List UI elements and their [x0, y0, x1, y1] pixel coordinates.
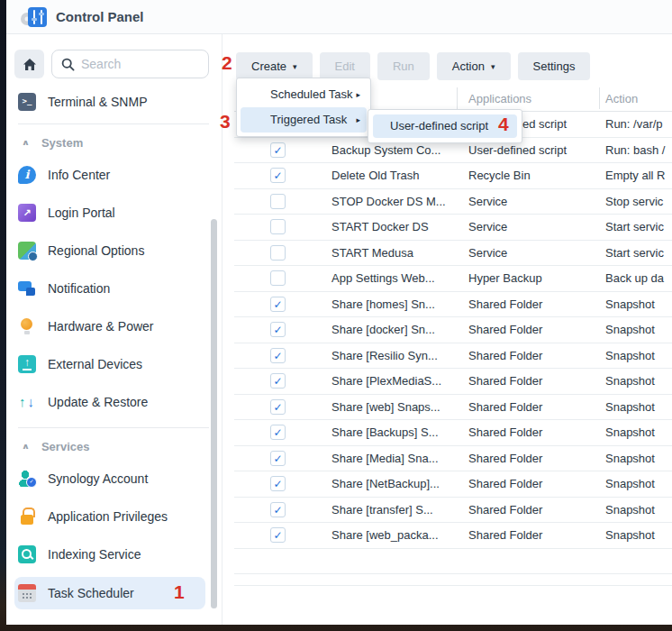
column-divider[interactable]: [457, 87, 458, 109]
sidebar-item-label: Update & Restore: [48, 395, 148, 409]
table-row[interactable]: App Settings Web... Hyper Backup Back up…: [234, 266, 672, 292]
menu-item[interactable]: Scheduled Task ▸: [241, 82, 367, 107]
section-label: System: [41, 136, 83, 150]
search-box[interactable]: [51, 50, 209, 78]
hardware-power-icon: [18, 317, 36, 335]
task-action: Empty all R: [605, 169, 665, 182]
task-action: Snapshot: [605, 425, 655, 439]
task-application: Shared Folder: [468, 349, 542, 362]
table-row[interactable]: ✓ Share [Backups] S... Shared Folder Sna…: [234, 420, 672, 446]
row-checkbox[interactable]: ✓: [270, 322, 286, 337]
row-checkbox[interactable]: ✓: [270, 142, 286, 158]
row-checkbox[interactable]: [270, 245, 286, 261]
run-button[interactable]: Run: [377, 52, 430, 80]
row-checkbox[interactable]: [270, 194, 286, 209]
sidebar-item-label: External Devices: [48, 357, 142, 371]
column-header-action[interactable]: Action: [605, 92, 638, 105]
task-name: Share [Resilio Syn...: [331, 349, 438, 362]
sidebar-item-label: Terminal & SNMP: [48, 95, 147, 109]
empty-row: [234, 549, 672, 575]
update-restore-icon: [18, 393, 36, 411]
row-checkbox[interactable]: ✓: [270, 348, 286, 363]
settings-button[interactable]: Settings: [518, 52, 591, 80]
task-name: STOP Docker DS M...: [331, 195, 446, 208]
menu-item[interactable]: Triggered Task ▸: [241, 107, 367, 133]
row-checkbox[interactable]: ✓: [270, 425, 286, 440]
row-checkbox[interactable]: ✓: [270, 451, 286, 466]
task-action: Start servic: [605, 220, 664, 233]
sidebar-section-services[interactable]: ∧ Services: [22, 440, 214, 453]
table-row[interactable]: STOP Docker DS M... Service Stop servic: [234, 189, 672, 215]
task-name: Backup System Co...: [331, 143, 440, 157]
task-application: Shared Folder: [468, 452, 542, 465]
table-row[interactable]: ✓ Share [web_packa... Shared Folder Snap…: [234, 523, 672, 549]
menu-item-user-defined-script[interactable]: User-defined script: [373, 114, 517, 138]
row-checkbox[interactable]: ✓: [270, 297, 286, 312]
submenu-arrow-icon: ▸: [356, 107, 360, 133]
sidebar-item[interactable]: Info Center: [18, 162, 214, 187]
table-row[interactable]: ✓ Delete Old Trash Recycle Bin Empty all…: [234, 163, 672, 189]
table-row[interactable]: START Medusa Service Start servic: [234, 241, 672, 267]
annotation-step-3: 3: [220, 112, 231, 131]
application-privileges-icon: [18, 508, 36, 526]
table-row[interactable]: ✓ Share [docker] Sn... Shared Folder Sna…: [234, 317, 672, 343]
sidebar-item[interactable]: Application Privileges: [18, 504, 214, 529]
sidebar-item-label: Hardware & Power: [48, 319, 154, 334]
table-row[interactable]: ✓ Share [NetBackup]... Shared Folder Sna…: [234, 471, 672, 498]
home-button[interactable]: [14, 50, 44, 78]
sidebar-section-system[interactable]: ∧ System: [22, 136, 214, 150]
control-panel-icon: [20, 6, 47, 28]
search-input[interactable]: [81, 57, 199, 71]
edit-button[interactable]: Edit: [320, 52, 370, 80]
row-checkbox[interactable]: [270, 219, 286, 234]
table-row[interactable]: ✓ Share [Resilio Syn... Shared Folder Sn…: [234, 343, 672, 370]
row-checkbox[interactable]: ✓: [270, 527, 286, 543]
indexing-service-icon: [18, 545, 36, 563]
task-name: Share [web_packa...: [331, 528, 439, 542]
task-name: START Medusa: [331, 246, 413, 260]
row-checkbox[interactable]: ✓: [270, 373, 286, 389]
table-row[interactable]: ✓ Share [web] Snaps... Shared Folder Sna…: [234, 395, 672, 421]
create-button[interactable]: Create ▾: [236, 52, 313, 80]
task-application: Shared Folder: [468, 528, 542, 542]
table-row[interactable]: START Docker DS Service Start servic: [234, 215, 672, 241]
row-checkbox[interactable]: [270, 270, 286, 286]
sidebar-system-items: Info Center Login Portal Regional Option…: [6, 162, 222, 415]
task-table: User-defined script Run: /var/p ✓ Backup…: [234, 112, 672, 586]
table-row[interactable]: ✓ Share [Media] Sna... Shared Folder Sna…: [234, 446, 672, 472]
table-row[interactable]: ✓ Share [homes] Sn... Shared Folder Snap…: [234, 292, 672, 318]
row-checkbox[interactable]: ✓: [270, 168, 286, 183]
task-action: Start servic: [605, 246, 664, 260]
action-button[interactable]: Action ▾: [437, 52, 511, 80]
row-checkbox[interactable]: ✓: [270, 502, 286, 517]
sidebar-item[interactable]: Login Portal: [18, 200, 214, 225]
sidebar-item[interactable]: External Devices: [18, 352, 214, 377]
table-row[interactable]: ✓ Share [PlexMediaS... Shared Folder Sna…: [234, 369, 672, 395]
column-header-applications[interactable]: Applications: [468, 92, 531, 105]
toolbar: Create ▾ Edit Run Action ▾ Settings: [236, 52, 590, 80]
sidebar-item[interactable]: Synology Account: [18, 466, 214, 491]
column-divider[interactable]: [599, 87, 600, 109]
caret-down-icon: ▾: [491, 62, 495, 71]
task-action: Snapshot: [605, 477, 655, 490]
row-checkbox[interactable]: ✓: [270, 476, 286, 491]
sidebar-item-label: Task Scheduler: [48, 586, 134, 600]
sidebar-item[interactable]: Hardware & Power: [18, 314, 214, 339]
task-name: Share [PlexMediaS...: [331, 374, 441, 388]
sidebar-item[interactable]: Update & Restore: [18, 389, 214, 415]
sidebar-item[interactable]: Notification: [18, 276, 214, 301]
task-action: Snapshot: [605, 503, 655, 517]
sidebar-item[interactable]: Regional Options: [18, 238, 214, 263]
row-checkbox[interactable]: ✓: [270, 399, 286, 415]
table-row[interactable]: ✓ Share [transfer] S... Shared Folder Sn…: [234, 498, 672, 524]
sidebar-item[interactable]: Indexing Service: [18, 542, 214, 567]
chevron-up-icon: ∧: [22, 138, 30, 147]
task-application: Shared Folder: [468, 503, 542, 517]
task-action: Back up da: [605, 271, 664, 285]
sidebar-item[interactable]: Terminal & SNMP: [18, 89, 214, 114]
table-footer-border: [234, 574, 672, 586]
sidebar-scrollbar[interactable]: [211, 219, 217, 608]
notification-icon: [18, 279, 36, 297]
regional-options-icon: [18, 242, 36, 260]
task-action: Snapshot: [605, 400, 655, 414]
